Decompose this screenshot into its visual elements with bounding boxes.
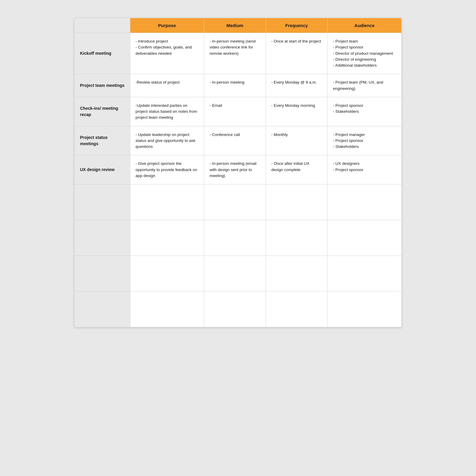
cell-meeting-name: UX design review bbox=[75, 155, 130, 184]
cell-frequency: - Every Monday morning bbox=[266, 97, 327, 126]
cell-frequency bbox=[266, 292, 327, 327]
cell-meeting-name: Project team meetings bbox=[75, 74, 130, 97]
cell-frequency bbox=[266, 256, 327, 292]
cell-medium bbox=[204, 220, 266, 256]
cell-meeting-name: Kickoff meeting bbox=[75, 33, 130, 74]
table-row: Project team meetings-Review status of p… bbox=[75, 74, 402, 97]
cell-medium: - Email bbox=[204, 97, 266, 126]
table-row bbox=[75, 184, 402, 220]
table-row bbox=[75, 220, 402, 256]
cell-purpose bbox=[130, 184, 204, 220]
header-purpose: Purpose bbox=[130, 18, 204, 33]
cell-meeting-name bbox=[75, 184, 130, 220]
table-row: Kickoff meeting- Introduce project - Con… bbox=[75, 33, 402, 74]
cell-frequency bbox=[266, 220, 327, 256]
header-name bbox=[75, 18, 130, 33]
table-row: UX design review- Give project sponsor t… bbox=[75, 155, 402, 184]
header-medium: Medium bbox=[204, 18, 266, 33]
cell-purpose: -Review status of project bbox=[130, 74, 204, 97]
cell-medium: - In-person meeting (email with design s… bbox=[204, 155, 266, 184]
cell-frequency: - Monthly bbox=[266, 126, 327, 155]
table-row bbox=[75, 292, 402, 327]
cell-audience: - Project manager - Project sponsor - St… bbox=[328, 126, 402, 155]
header-audience: Audience bbox=[328, 18, 402, 33]
cell-audience bbox=[328, 220, 402, 256]
cell-frequency: - Once after initial UX design complete bbox=[266, 155, 327, 184]
table-row: Project status meetings- Update leadersh… bbox=[75, 126, 402, 155]
cell-audience: - Project sponsor - Stakeholders bbox=[328, 97, 402, 126]
cell-medium: - In-person meeting bbox=[204, 74, 266, 97]
cell-frequency: - Every Monday @ 9 a.m. bbox=[266, 74, 327, 97]
table-row bbox=[75, 256, 402, 292]
cell-audience bbox=[328, 256, 402, 292]
cell-meeting-name bbox=[75, 220, 130, 256]
header-frequency: Frequency bbox=[266, 18, 327, 33]
cell-audience: - UX designers - Project sponsor bbox=[328, 155, 402, 184]
cell-medium: - Conference call bbox=[204, 126, 266, 155]
cell-purpose: - Give project sponsor the opportunity t… bbox=[130, 155, 204, 184]
cell-purpose bbox=[130, 256, 204, 292]
cell-purpose: - Introduce project - Confirm objectives… bbox=[130, 33, 204, 74]
cell-meeting-name bbox=[75, 256, 130, 292]
cell-audience bbox=[328, 292, 402, 327]
cell-purpose: -Update interested parties on project st… bbox=[130, 97, 204, 126]
cell-medium bbox=[204, 256, 266, 292]
cell-meeting-name: Check-ins/ meeting recap bbox=[75, 97, 130, 126]
cell-frequency: - Once at start of the project bbox=[266, 33, 327, 74]
communication-plan-table: Purpose Medium Frequency Audience Kickof… bbox=[74, 18, 402, 327]
cell-purpose bbox=[130, 220, 204, 256]
cell-medium: - In-person meeting (send video conferen… bbox=[204, 33, 266, 74]
cell-audience: - Project team - Project sponsor - Direc… bbox=[328, 33, 402, 74]
cell-medium bbox=[204, 184, 266, 220]
cell-meeting-name: Project status meetings bbox=[75, 126, 130, 155]
cell-purpose: - Update leadership on project status an… bbox=[130, 126, 204, 155]
cell-meeting-name bbox=[75, 292, 130, 327]
cell-audience bbox=[328, 184, 402, 220]
cell-audience: - Project team (PM, UX, and engineering) bbox=[328, 74, 402, 97]
table-row: Check-ins/ meeting recap-Update interest… bbox=[75, 97, 402, 126]
cell-purpose bbox=[130, 292, 204, 327]
cell-frequency bbox=[266, 184, 327, 220]
cell-medium bbox=[204, 292, 266, 327]
header-row: Purpose Medium Frequency Audience bbox=[75, 18, 402, 33]
